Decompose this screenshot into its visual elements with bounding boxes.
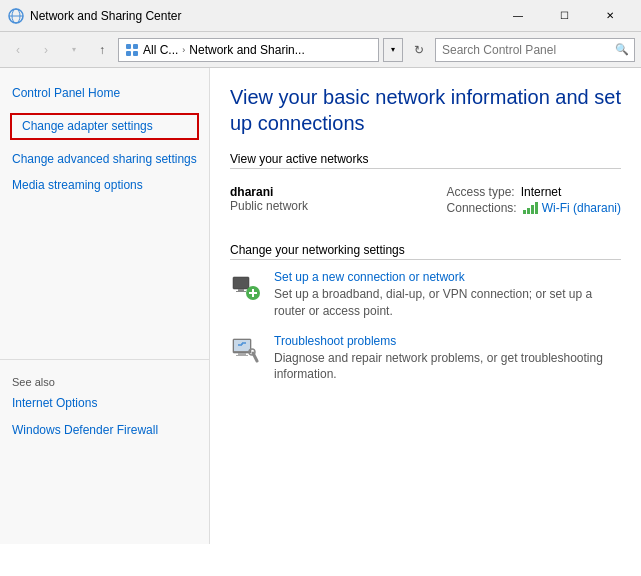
search-box[interactable]: 🔍: [435, 38, 635, 62]
network-name: dharani: [230, 185, 308, 199]
search-input[interactable]: [436, 43, 610, 57]
wifi-link[interactable]: Wi-Fi (dharani): [542, 201, 621, 215]
sidebar-item-home[interactable]: Control Panel Home: [0, 80, 209, 107]
content-area: View your basic network information and …: [210, 68, 641, 544]
connections-row: Connections: Wi-Fi (dharani): [447, 201, 621, 215]
breadcrumb-current[interactable]: Network and Sharin...: [189, 43, 304, 57]
svg-rect-7: [233, 277, 249, 289]
sidebar-divider: [0, 359, 209, 360]
network-info-right: Access type: Internet Connections:: [447, 185, 621, 217]
search-icon: 🔍: [610, 38, 634, 62]
access-label: Access type:: [447, 185, 515, 199]
svg-rect-5: [126, 51, 131, 56]
close-button[interactable]: ✕: [587, 0, 633, 32]
network-info-left: dharani Public network: [230, 185, 308, 213]
network-type: Public network: [230, 199, 308, 213]
active-networks-section: View your active networks dharani Public…: [230, 152, 621, 223]
page-title: View your basic network information and …: [230, 84, 621, 136]
window-title: Network and Sharing Center: [30, 9, 495, 23]
main-layout: Control Panel Home Change adapter settin…: [0, 68, 641, 544]
addressbar: ‹ › ▾ ↑ All C... › Network and Sharin...…: [0, 32, 641, 68]
setup-connection-icon: [230, 270, 262, 302]
setup-connection-item: Set up a new connection or network Set u…: [230, 270, 621, 320]
refresh-button[interactable]: ↻: [407, 38, 431, 62]
troubleshoot-desc: Diagnose and repair network problems, or…: [274, 351, 603, 382]
up-button[interactable]: ↑: [90, 38, 114, 62]
networking-settings-section: Change your networking settings: [230, 243, 621, 383]
active-networks-heading: View your active networks: [230, 152, 621, 169]
troubleshoot-link[interactable]: Troubleshoot problems: [274, 334, 621, 348]
app-icon: [8, 8, 24, 24]
access-value: Internet: [521, 185, 562, 199]
svg-rect-15: [238, 353, 246, 355]
titlebar: Network and Sharing Center — ☐ ✕: [0, 0, 641, 32]
wifi-signal-icon: [523, 202, 538, 214]
svg-rect-4: [133, 44, 138, 49]
address-dropdown[interactable]: ▾: [383, 38, 403, 62]
troubleshoot-content: Troubleshoot problems Diagnose and repai…: [274, 334, 621, 384]
window-controls: — ☐ ✕: [495, 0, 633, 32]
access-row: Access type: Internet: [447, 185, 621, 199]
setup-connection-desc: Set up a broadband, dial-up, or VPN conn…: [274, 287, 592, 318]
networking-settings-heading: Change your networking settings: [230, 243, 621, 260]
svg-rect-16: [236, 355, 248, 356]
svg-rect-9: [236, 291, 246, 292]
svg-rect-6: [133, 51, 138, 56]
sidebar: Control Panel Home Change adapter settin…: [0, 68, 210, 544]
svg-rect-3: [126, 44, 131, 49]
network-row: dharani Public network Access type: Inte…: [230, 179, 621, 223]
sidebar-item-firewall[interactable]: Windows Defender Firewall: [0, 417, 209, 444]
forward-button[interactable]: ›: [34, 38, 58, 62]
sidebar-see-also: See also: [0, 368, 209, 390]
sidebar-item-media[interactable]: Media streaming options: [0, 172, 209, 199]
breadcrumb-allc[interactable]: All C...: [143, 43, 178, 57]
svg-rect-8: [238, 289, 244, 291]
setup-connection-link[interactable]: Set up a new connection or network: [274, 270, 621, 284]
setup-connection-content: Set up a new connection or network Set u…: [274, 270, 621, 320]
troubleshoot-item: Troubleshoot problems Diagnose and repai…: [230, 334, 621, 384]
breadcrumb-icon: [125, 43, 139, 57]
connections-label: Connections:: [447, 201, 517, 215]
sidebar-item-internet[interactable]: Internet Options: [0, 390, 209, 417]
troubleshoot-icon: [230, 334, 262, 366]
breadcrumb-arrow1: ›: [182, 45, 185, 55]
recent-locations-button[interactable]: ▾: [62, 38, 86, 62]
sidebar-item-adapter[interactable]: Change adapter settings: [10, 113, 199, 140]
maximize-button[interactable]: ☐: [541, 0, 587, 32]
minimize-button[interactable]: —: [495, 0, 541, 32]
sidebar-item-advanced[interactable]: Change advanced sharing settings: [0, 146, 209, 173]
back-button[interactable]: ‹: [6, 38, 30, 62]
address-path[interactable]: All C... › Network and Sharin...: [118, 38, 379, 62]
